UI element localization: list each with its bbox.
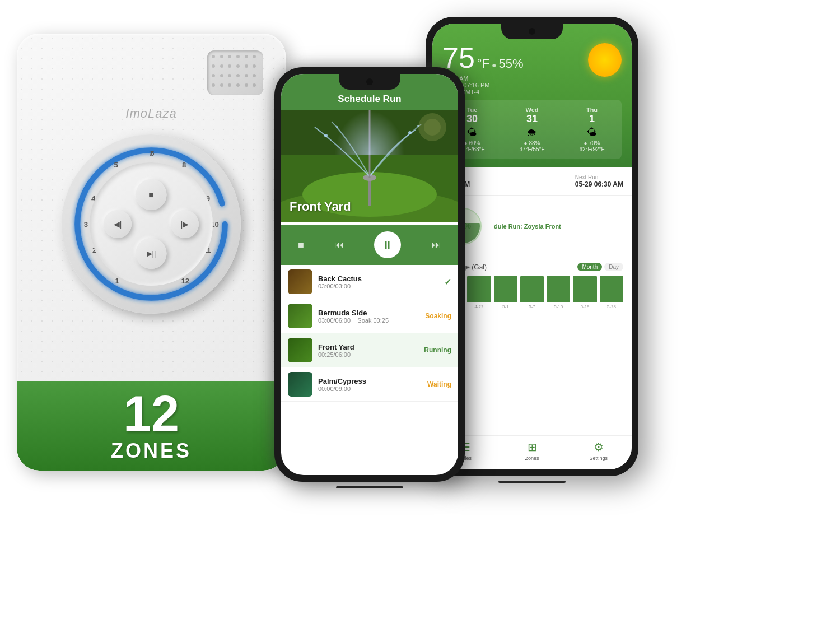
bar-item-4: 5-10 bbox=[547, 276, 570, 309]
chart-tabs: Month Day bbox=[577, 263, 623, 271]
playpause-button[interactable]: ▶|| bbox=[136, 238, 167, 269]
phone-bottom-bar bbox=[336, 486, 403, 488]
speaker-dot bbox=[236, 64, 240, 68]
pb-stop-button[interactable]: ■ bbox=[298, 239, 304, 251]
bar-label-4: 5-10 bbox=[554, 304, 563, 309]
bar-chart: 4-10 4-22 5-1 5-7 bbox=[441, 276, 623, 320]
zone-time-4: 00:00/09:00 bbox=[318, 385, 422, 392]
speaker-dot bbox=[212, 55, 215, 58]
notch bbox=[339, 74, 400, 90]
nav-item-settings[interactable]: ⚙ Settings bbox=[565, 440, 632, 461]
svg-point-18 bbox=[363, 174, 376, 181]
notch-back bbox=[501, 24, 563, 39]
control-circle-outer: 7 8 9 10 11 12 1 2 3 4 5 6 bbox=[62, 134, 241, 314]
forecast-day-2: Thu 1 🌤 ● 70% 62°F/92°F bbox=[562, 104, 622, 155]
zone-list: Back Cactus 03:00/03:00 ✓ Bermuda Side bbox=[281, 265, 458, 402]
bar-label-3: 5-7 bbox=[529, 304, 535, 309]
zone-status-3: Running bbox=[424, 346, 451, 354]
pb-prev-button[interactable]: ⏮ bbox=[334, 239, 344, 251]
bar-fill-5 bbox=[573, 276, 596, 302]
zone-info-4: Palm/Cypress 00:00/09:00 bbox=[318, 377, 422, 392]
pb-play-button[interactable]: ⏸ bbox=[374, 231, 401, 258]
svg-text:3: 3 bbox=[84, 220, 88, 229]
svg-text:12: 12 bbox=[181, 277, 189, 285]
zone-item[interactable]: Palm/Cypress 00:00/09:00 Waiting bbox=[281, 367, 458, 402]
zone-time-1: 03:00/03:00 bbox=[318, 283, 438, 290]
scene: ImoLaza 7 bbox=[0, 0, 840, 619]
svg-text:6: 6 bbox=[150, 149, 154, 157]
bar-label-2: 5-1 bbox=[502, 304, 509, 309]
zone-name-3: Front Yard bbox=[318, 343, 418, 351]
front-camera bbox=[366, 78, 373, 85]
zone-item[interactable]: Front Yard 00:25/06:00 Running bbox=[281, 333, 458, 367]
settings-icon: ⚙ bbox=[594, 440, 604, 454]
bar-label-1: 4-22 bbox=[474, 304, 483, 309]
zone-thumb-3 bbox=[288, 338, 312, 362]
hero-label: Front Yard bbox=[290, 199, 351, 214]
pb-next-button[interactable]: ⏭ bbox=[431, 239, 441, 251]
chart-tab-month[interactable]: Month bbox=[577, 263, 602, 271]
zone-info-1: Back Cactus 03:00/03:00 bbox=[318, 274, 438, 290]
schedule-next: Next Run 05-29 06:30 AM bbox=[575, 174, 623, 188]
stop-icon: ■ bbox=[148, 190, 154, 200]
chart-tab-day[interactable]: Day bbox=[604, 263, 623, 271]
zone-thumb-1 bbox=[288, 269, 312, 294]
chart-header: ter Usage (Gal) Month Day bbox=[441, 263, 623, 271]
bar-fill-4 bbox=[547, 276, 570, 302]
speaker-dot bbox=[245, 83, 248, 87]
speaker-dot bbox=[245, 55, 248, 58]
prev-button[interactable]: ◀| bbox=[104, 210, 132, 238]
speaker-dot bbox=[212, 74, 215, 77]
nav-label-settings: Settings bbox=[589, 455, 608, 461]
dot-separator: ● bbox=[492, 60, 496, 69]
bar-item-2: 5-1 bbox=[494, 276, 517, 309]
zone-info-3: Front Yard 00:25/06:00 bbox=[318, 343, 418, 358]
speaker-dot bbox=[212, 83, 215, 87]
svg-text:5: 5 bbox=[114, 161, 118, 169]
bar-item-1: 4-22 bbox=[467, 276, 491, 309]
zone-time-2: 03:00/06:00 Soak 00:25 bbox=[318, 317, 419, 324]
phone-front-screen: Schedule Run bbox=[281, 74, 458, 475]
zone-name-1: Back Cactus bbox=[318, 274, 438, 283]
bar-item-6: 5-28 bbox=[600, 276, 623, 309]
prev-icon: ◀| bbox=[114, 220, 122, 229]
bar-fill-3 bbox=[520, 276, 544, 302]
bar-label-5: 5-19 bbox=[581, 304, 590, 309]
svg-text:1: 1 bbox=[115, 277, 119, 285]
next-button[interactable]: |▶ bbox=[171, 210, 199, 238]
zones-icon: ⊞ bbox=[528, 440, 537, 454]
zone-info-2: Bermuda Side 03:00/06:00 Soak 00:25 bbox=[318, 309, 419, 324]
zone-name-2: Bermuda Side bbox=[318, 309, 419, 317]
zone-status-4: Waiting bbox=[427, 380, 451, 388]
speaker-dot bbox=[220, 74, 223, 77]
zone-item[interactable]: Back Cactus 03:00/03:00 ✓ bbox=[281, 265, 458, 299]
temp-unit: °F bbox=[477, 57, 489, 71]
zone-thumb-img-4 bbox=[288, 372, 312, 397]
nav-label-zones: Zones bbox=[525, 455, 539, 461]
zone-thumb-img-2 bbox=[288, 304, 312, 328]
speaker-dot bbox=[220, 55, 223, 58]
bar-item-5: 5-19 bbox=[573, 276, 596, 309]
speaker-dot bbox=[228, 83, 231, 87]
zone-thumb-4 bbox=[288, 372, 312, 397]
svg-point-21 bbox=[408, 131, 412, 134]
stop-button[interactable]: ■ bbox=[136, 179, 167, 210]
nav-item-zones[interactable]: ⊞ Zones bbox=[499, 440, 566, 461]
speaker-dot bbox=[245, 64, 248, 68]
svg-rect-17 bbox=[368, 178, 371, 206]
speaker-dot bbox=[212, 64, 215, 68]
zone-item[interactable]: Bermuda Side 03:00/06:00 Soak 00:25 Soak… bbox=[281, 299, 458, 333]
phone-front: Schedule Run bbox=[274, 67, 465, 594]
sun-icon bbox=[588, 43, 622, 77]
bar-fill-6 bbox=[600, 276, 623, 302]
zones-label: ZONES bbox=[111, 439, 192, 463]
water-info: dule Run: Zoysia Front bbox=[494, 223, 623, 230]
bar-label-6: 5-28 bbox=[607, 304, 616, 309]
humidity-value: 55% bbox=[499, 57, 524, 71]
speaker-dot bbox=[245, 74, 248, 77]
speaker-dot bbox=[253, 64, 256, 68]
control-inner: ■ ◀| |▶ ▶|| bbox=[90, 162, 213, 286]
zone-name-4: Palm/Cypress bbox=[318, 377, 422, 385]
zone-status-1: ✓ bbox=[444, 277, 451, 287]
forecast-day-1: Wed 31 🌧 ● 88% 37°F/55°F bbox=[502, 104, 562, 155]
